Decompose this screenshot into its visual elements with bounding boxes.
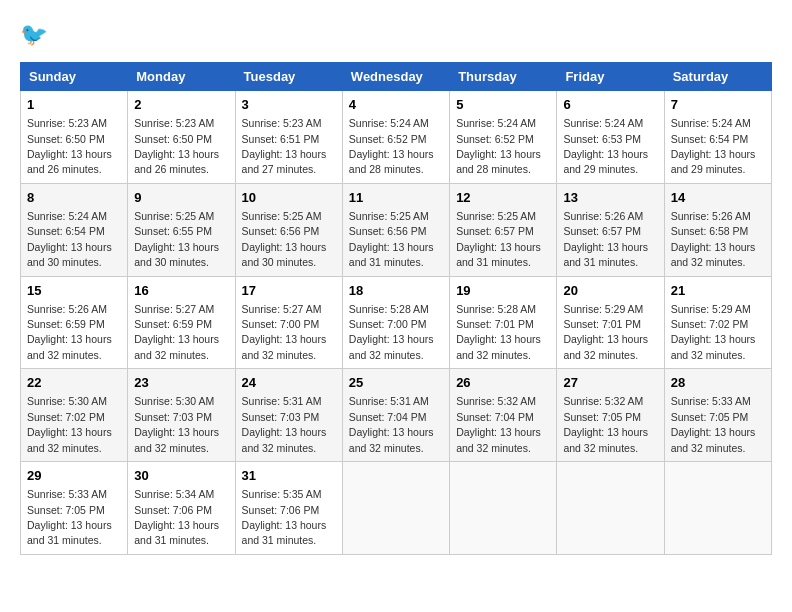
day-info: Sunrise: 5:25 AMSunset: 6:56 PMDaylight:… bbox=[242, 210, 327, 268]
day-number: 27 bbox=[563, 374, 657, 392]
calendar-cell: 26 Sunrise: 5:32 AMSunset: 7:04 PMDaylig… bbox=[450, 369, 557, 462]
day-number: 18 bbox=[349, 282, 443, 300]
day-number: 30 bbox=[134, 467, 228, 485]
day-number: 16 bbox=[134, 282, 228, 300]
calendar-cell: 17 Sunrise: 5:27 AMSunset: 7:00 PMDaylig… bbox=[235, 276, 342, 369]
day-info: Sunrise: 5:31 AMSunset: 7:04 PMDaylight:… bbox=[349, 395, 434, 453]
day-number: 26 bbox=[456, 374, 550, 392]
calendar-cell: 11 Sunrise: 5:25 AMSunset: 6:56 PMDaylig… bbox=[342, 183, 449, 276]
day-info: Sunrise: 5:26 AMSunset: 6:59 PMDaylight:… bbox=[27, 303, 112, 361]
day-info: Sunrise: 5:28 AMSunset: 7:01 PMDaylight:… bbox=[456, 303, 541, 361]
calendar-cell: 16 Sunrise: 5:27 AMSunset: 6:59 PMDaylig… bbox=[128, 276, 235, 369]
day-info: Sunrise: 5:27 AMSunset: 7:00 PMDaylight:… bbox=[242, 303, 327, 361]
calendar-cell: 25 Sunrise: 5:31 AMSunset: 7:04 PMDaylig… bbox=[342, 369, 449, 462]
calendar-cell: 18 Sunrise: 5:28 AMSunset: 7:00 PMDaylig… bbox=[342, 276, 449, 369]
calendar-cell: 3 Sunrise: 5:23 AMSunset: 6:51 PMDayligh… bbox=[235, 91, 342, 184]
calendar-cell: 6 Sunrise: 5:24 AMSunset: 6:53 PMDayligh… bbox=[557, 91, 664, 184]
day-info: Sunrise: 5:32 AMSunset: 7:05 PMDaylight:… bbox=[563, 395, 648, 453]
day-info: Sunrise: 5:26 AMSunset: 6:58 PMDaylight:… bbox=[671, 210, 756, 268]
day-number: 5 bbox=[456, 96, 550, 114]
day-info: Sunrise: 5:35 AMSunset: 7:06 PMDaylight:… bbox=[242, 488, 327, 546]
day-info: Sunrise: 5:30 AMSunset: 7:03 PMDaylight:… bbox=[134, 395, 219, 453]
day-info: Sunrise: 5:33 AMSunset: 7:05 PMDaylight:… bbox=[27, 488, 112, 546]
calendar-cell: 15 Sunrise: 5:26 AMSunset: 6:59 PMDaylig… bbox=[21, 276, 128, 369]
calendar-cell: 30 Sunrise: 5:34 AMSunset: 7:06 PMDaylig… bbox=[128, 462, 235, 555]
calendar-week-row: 8 Sunrise: 5:24 AMSunset: 6:54 PMDayligh… bbox=[21, 183, 772, 276]
page-header: 🐦 bbox=[20, 20, 772, 52]
day-info: Sunrise: 5:31 AMSunset: 7:03 PMDaylight:… bbox=[242, 395, 327, 453]
day-number: 19 bbox=[456, 282, 550, 300]
day-info: Sunrise: 5:25 AMSunset: 6:56 PMDaylight:… bbox=[349, 210, 434, 268]
weekday-header-friday: Friday bbox=[557, 63, 664, 91]
calendar-cell: 31 Sunrise: 5:35 AMSunset: 7:06 PMDaylig… bbox=[235, 462, 342, 555]
day-info: Sunrise: 5:24 AMSunset: 6:54 PMDaylight:… bbox=[27, 210, 112, 268]
calendar-cell: 19 Sunrise: 5:28 AMSunset: 7:01 PMDaylig… bbox=[450, 276, 557, 369]
day-number: 21 bbox=[671, 282, 765, 300]
calendar-table: SundayMondayTuesdayWednesdayThursdayFrid… bbox=[20, 62, 772, 555]
day-number: 13 bbox=[563, 189, 657, 207]
day-info: Sunrise: 5:25 AMSunset: 6:57 PMDaylight:… bbox=[456, 210, 541, 268]
calendar-cell: 1 Sunrise: 5:23 AMSunset: 6:50 PMDayligh… bbox=[21, 91, 128, 184]
calendar-week-row: 22 Sunrise: 5:30 AMSunset: 7:02 PMDaylig… bbox=[21, 369, 772, 462]
calendar-cell: 23 Sunrise: 5:30 AMSunset: 7:03 PMDaylig… bbox=[128, 369, 235, 462]
day-info: Sunrise: 5:33 AMSunset: 7:05 PMDaylight:… bbox=[671, 395, 756, 453]
calendar-cell: 2 Sunrise: 5:23 AMSunset: 6:50 PMDayligh… bbox=[128, 91, 235, 184]
calendar-cell: 13 Sunrise: 5:26 AMSunset: 6:57 PMDaylig… bbox=[557, 183, 664, 276]
logo-icon: 🐦 bbox=[20, 20, 52, 52]
weekday-header-row: SundayMondayTuesdayWednesdayThursdayFrid… bbox=[21, 63, 772, 91]
calendar-cell: 8 Sunrise: 5:24 AMSunset: 6:54 PMDayligh… bbox=[21, 183, 128, 276]
day-number: 28 bbox=[671, 374, 765, 392]
weekday-header-monday: Monday bbox=[128, 63, 235, 91]
day-info: Sunrise: 5:29 AMSunset: 7:01 PMDaylight:… bbox=[563, 303, 648, 361]
calendar-cell: 9 Sunrise: 5:25 AMSunset: 6:55 PMDayligh… bbox=[128, 183, 235, 276]
calendar-week-row: 15 Sunrise: 5:26 AMSunset: 6:59 PMDaylig… bbox=[21, 276, 772, 369]
weekday-header-saturday: Saturday bbox=[664, 63, 771, 91]
day-info: Sunrise: 5:27 AMSunset: 6:59 PMDaylight:… bbox=[134, 303, 219, 361]
svg-text:🐦: 🐦 bbox=[20, 21, 48, 48]
day-info: Sunrise: 5:24 AMSunset: 6:53 PMDaylight:… bbox=[563, 117, 648, 175]
day-info: Sunrise: 5:24 AMSunset: 6:52 PMDaylight:… bbox=[456, 117, 541, 175]
day-number: 3 bbox=[242, 96, 336, 114]
day-info: Sunrise: 5:23 AMSunset: 6:50 PMDaylight:… bbox=[134, 117, 219, 175]
calendar-cell: 28 Sunrise: 5:33 AMSunset: 7:05 PMDaylig… bbox=[664, 369, 771, 462]
calendar-cell: 14 Sunrise: 5:26 AMSunset: 6:58 PMDaylig… bbox=[664, 183, 771, 276]
calendar-cell: 7 Sunrise: 5:24 AMSunset: 6:54 PMDayligh… bbox=[664, 91, 771, 184]
day-info: Sunrise: 5:30 AMSunset: 7:02 PMDaylight:… bbox=[27, 395, 112, 453]
calendar-cell: 4 Sunrise: 5:24 AMSunset: 6:52 PMDayligh… bbox=[342, 91, 449, 184]
logo: 🐦 bbox=[20, 20, 56, 52]
calendar-cell: 27 Sunrise: 5:32 AMSunset: 7:05 PMDaylig… bbox=[557, 369, 664, 462]
weekday-header-sunday: Sunday bbox=[21, 63, 128, 91]
day-number: 6 bbox=[563, 96, 657, 114]
day-number: 7 bbox=[671, 96, 765, 114]
day-number: 24 bbox=[242, 374, 336, 392]
day-number: 2 bbox=[134, 96, 228, 114]
day-info: Sunrise: 5:32 AMSunset: 7:04 PMDaylight:… bbox=[456, 395, 541, 453]
calendar-cell: 24 Sunrise: 5:31 AMSunset: 7:03 PMDaylig… bbox=[235, 369, 342, 462]
calendar-cell bbox=[557, 462, 664, 555]
day-info: Sunrise: 5:26 AMSunset: 6:57 PMDaylight:… bbox=[563, 210, 648, 268]
calendar-cell bbox=[342, 462, 449, 555]
day-info: Sunrise: 5:34 AMSunset: 7:06 PMDaylight:… bbox=[134, 488, 219, 546]
day-number: 11 bbox=[349, 189, 443, 207]
day-number: 29 bbox=[27, 467, 121, 485]
calendar-cell: 22 Sunrise: 5:30 AMSunset: 7:02 PMDaylig… bbox=[21, 369, 128, 462]
day-info: Sunrise: 5:24 AMSunset: 6:52 PMDaylight:… bbox=[349, 117, 434, 175]
calendar-cell: 21 Sunrise: 5:29 AMSunset: 7:02 PMDaylig… bbox=[664, 276, 771, 369]
day-number: 31 bbox=[242, 467, 336, 485]
calendar-cell: 20 Sunrise: 5:29 AMSunset: 7:01 PMDaylig… bbox=[557, 276, 664, 369]
day-info: Sunrise: 5:28 AMSunset: 7:00 PMDaylight:… bbox=[349, 303, 434, 361]
calendar-cell bbox=[664, 462, 771, 555]
day-info: Sunrise: 5:24 AMSunset: 6:54 PMDaylight:… bbox=[671, 117, 756, 175]
day-number: 9 bbox=[134, 189, 228, 207]
day-number: 20 bbox=[563, 282, 657, 300]
day-info: Sunrise: 5:25 AMSunset: 6:55 PMDaylight:… bbox=[134, 210, 219, 268]
calendar-cell bbox=[450, 462, 557, 555]
day-number: 25 bbox=[349, 374, 443, 392]
day-number: 1 bbox=[27, 96, 121, 114]
day-number: 17 bbox=[242, 282, 336, 300]
day-number: 10 bbox=[242, 189, 336, 207]
day-number: 23 bbox=[134, 374, 228, 392]
day-info: Sunrise: 5:23 AMSunset: 6:51 PMDaylight:… bbox=[242, 117, 327, 175]
calendar-cell: 5 Sunrise: 5:24 AMSunset: 6:52 PMDayligh… bbox=[450, 91, 557, 184]
day-info: Sunrise: 5:29 AMSunset: 7:02 PMDaylight:… bbox=[671, 303, 756, 361]
